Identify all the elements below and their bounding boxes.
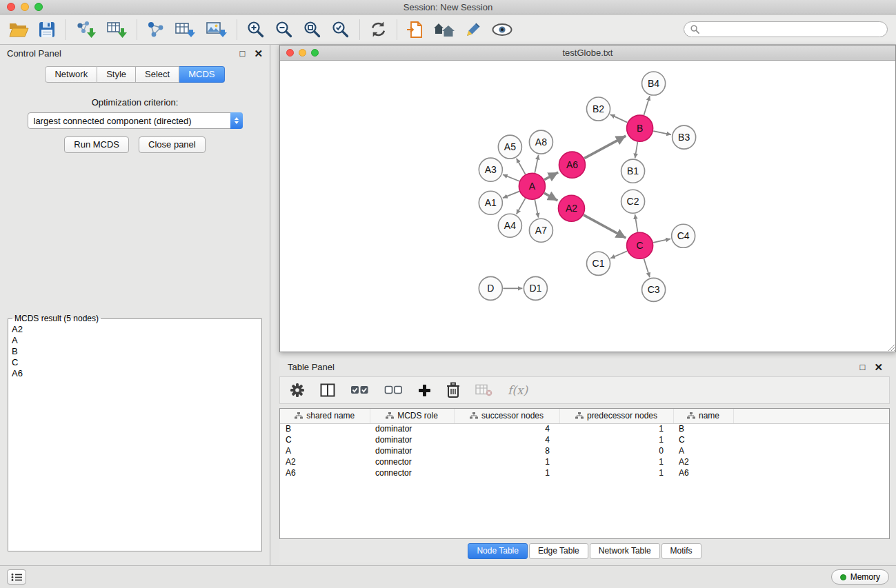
add-column-button[interactable]: [418, 384, 431, 397]
graph-node-label-A1: A1: [485, 197, 497, 208]
network-minimize-button[interactable]: [299, 49, 306, 57]
table-row[interactable]: A2connector 11 A2: [280, 456, 889, 467]
criterion-dropdown[interactable]: largest connected component (directed): [28, 112, 243, 129]
search-field[interactable]: [684, 21, 888, 37]
task-history-button[interactable]: [7, 569, 26, 585]
network-canvas[interactable]: B4B2BB3A5A8A6B1A3AC2A1A2A4A7C4CC1C3DD1: [280, 61, 895, 352]
graph-node-label-B3: B3: [678, 132, 690, 143]
node-table-wrap[interactable]: shared name MCDS role successor nodes pr…: [279, 408, 890, 539]
mcds-result-item[interactable]: A6: [12, 368, 258, 379]
select-all-button[interactable]: [350, 385, 369, 396]
graph-edge-B-B3[interactable]: [653, 131, 671, 134]
graph-edge-A-A6[interactable]: [544, 172, 558, 180]
main-toolbar: [0, 14, 896, 45]
show-column-button[interactable]: [320, 383, 335, 397]
open-session-button[interactable]: [8, 21, 29, 39]
toolbar-separator: [359, 19, 360, 40]
delete-row-button[interactable]: [446, 382, 460, 398]
mcds-result-item[interactable]: B: [12, 346, 258, 357]
new-network-button[interactable]: [146, 21, 166, 39]
graph-edge-C-C3[interactable]: [644, 258, 650, 277]
function-builder-button[interactable]: f(x): [508, 383, 528, 397]
annotate-button[interactable]: [464, 21, 482, 39]
float-panel-icon[interactable]: □: [240, 49, 246, 58]
copy-document-button[interactable]: [406, 20, 424, 39]
graph-edge-B-B4[interactable]: [644, 96, 650, 115]
graph-edge-C-C2[interactable]: [635, 214, 638, 232]
refresh-layout-button[interactable]: [369, 20, 388, 39]
minimize-window-button[interactable]: [21, 3, 29, 11]
mcds-result-box: MCDS result (5 nodes) A2 A B C A6: [8, 314, 262, 551]
import-network-button[interactable]: [74, 20, 97, 39]
graph-edge-B-B2[interactable]: [610, 114, 628, 123]
control-panel-header: Control Panel □ ✕: [0, 45, 270, 62]
column-header-shared-name[interactable]: shared name: [280, 409, 370, 423]
network-window-titlebar[interactable]: testGlobe.txt: [280, 45, 895, 61]
delete-table-icon: [475, 384, 492, 396]
tab-motifs[interactable]: Motifs: [661, 543, 701, 559]
column-header-predecessor-nodes[interactable]: predecessor nodes: [559, 409, 673, 423]
attribute-icon: [687, 412, 695, 419]
memory-button[interactable]: Memory: [831, 569, 889, 585]
import-table-button[interactable]: [106, 20, 128, 39]
mcds-result-item[interactable]: C: [12, 357, 258, 368]
tab-style[interactable]: Style: [97, 66, 136, 83]
search-input[interactable]: [703, 25, 881, 34]
zoom-out-button[interactable]: [275, 20, 294, 39]
table-row[interactable]: A6connector 11 A6: [280, 467, 889, 478]
zoom-fit-button[interactable]: [303, 20, 322, 39]
graph-edge-A-A3[interactable]: [503, 174, 519, 181]
float-table-panel-icon[interactable]: □: [860, 363, 866, 372]
graph-edge-B-B1[interactable]: [635, 142, 638, 159]
save-session-button[interactable]: [38, 21, 56, 39]
column-header-mcds-role[interactable]: MCDS role: [370, 409, 454, 423]
close-panel-icon[interactable]: ✕: [254, 48, 263, 59]
delete-column-button[interactable]: [475, 384, 492, 396]
run-mcds-button[interactable]: Run MCDS: [64, 136, 129, 153]
mcds-result-item[interactable]: A2: [12, 324, 258, 335]
network-zoom-button[interactable]: [311, 49, 319, 57]
graph-edge-A-A5[interactable]: [517, 159, 526, 174]
table-row[interactable]: Cdominator 41 C: [280, 434, 889, 445]
zoom-in-button[interactable]: [246, 20, 266, 39]
tab-select[interactable]: Select: [136, 66, 179, 83]
column-header-name[interactable]: name: [673, 409, 733, 423]
trash-icon: [446, 382, 460, 398]
table-row[interactable]: Bdominator 41 B: [280, 423, 889, 434]
export-table-button[interactable]: [175, 21, 197, 39]
table-settings-button[interactable]: [290, 383, 305, 398]
deselect-all-button[interactable]: [384, 385, 403, 396]
network-window-controls: [286, 49, 319, 57]
graph-edge-A-A2[interactable]: [544, 193, 558, 201]
tab-node-table[interactable]: Node Table: [468, 543, 528, 559]
mcds-result-item[interactable]: A: [12, 335, 258, 346]
zoom-selected-button[interactable]: [331, 20, 350, 39]
graph-edge-C-C1[interactable]: [610, 251, 627, 258]
close-table-panel-icon[interactable]: ✕: [874, 362, 883, 372]
birdseye-button[interactable]: [491, 22, 513, 37]
toolbar-separator: [137, 19, 137, 40]
graph-edge-A2-C[interactable]: [584, 215, 626, 238]
graph-edge-A6-B[interactable]: [584, 136, 626, 159]
tab-network[interactable]: Network: [45, 66, 97, 83]
network-share-icon: [146, 21, 166, 39]
tab-mcds[interactable]: MCDS: [179, 66, 224, 83]
table-row[interactable]: Adominator 80 A: [280, 445, 889, 456]
tab-edge-table[interactable]: Edge Table: [529, 543, 588, 559]
close-panel-button[interactable]: Close panel: [139, 136, 206, 153]
column-header-successor-nodes[interactable]: successor nodes: [454, 409, 559, 423]
tab-network-table[interactable]: Network Table: [590, 543, 660, 559]
graph-edge-A-A4[interactable]: [517, 199, 526, 214]
graph-edge-C-C4[interactable]: [653, 239, 670, 243]
graph-edge-A-A7[interactable]: [535, 200, 538, 218]
select-all-icon: [350, 385, 369, 396]
network-close-button[interactable]: [286, 49, 294, 57]
zoom-window-button[interactable]: [34, 3, 43, 11]
home-button[interactable]: [433, 21, 455, 39]
close-window-button[interactable]: [7, 3, 15, 11]
graph-edge-A-A1[interactable]: [503, 192, 519, 199]
export-image-button[interactable]: [206, 21, 228, 39]
network-graph[interactable]: B4B2BB3A5A8A6B1A3AC2A1A2A4A7C4CC1C3DD1: [280, 61, 895, 352]
graph-edge-A-A8[interactable]: [535, 155, 538, 173]
resize-grip-icon[interactable]: [886, 343, 895, 351]
